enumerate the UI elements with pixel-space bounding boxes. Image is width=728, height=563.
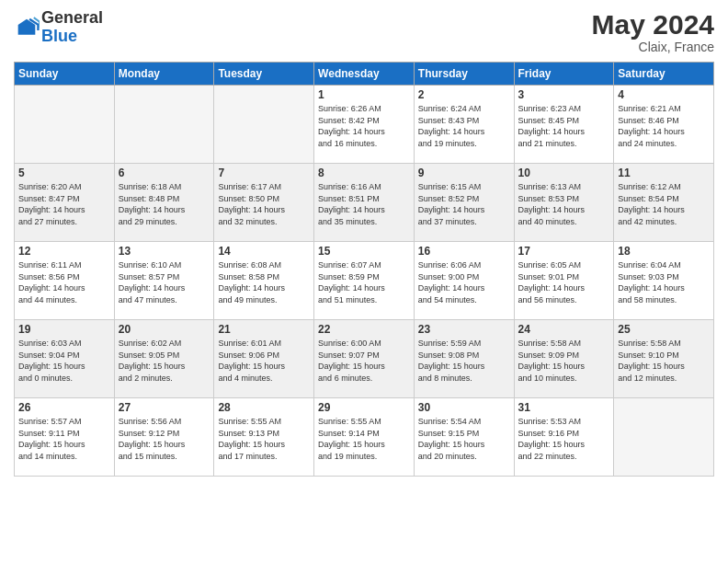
calendar-cell: 13Sunrise: 6:10 AMSunset: 8:57 PMDayligh… bbox=[114, 242, 214, 320]
calendar-cell: 30Sunrise: 5:54 AMSunset: 9:15 PMDayligh… bbox=[414, 398, 514, 477]
day-number: 21 bbox=[218, 323, 310, 336]
day-number: 24 bbox=[518, 323, 610, 336]
calendar-cell: 6Sunrise: 6:18 AMSunset: 8:48 PMDaylight… bbox=[114, 164, 214, 242]
calendar-cell: 28Sunrise: 5:55 AMSunset: 9:13 PMDayligh… bbox=[214, 398, 314, 477]
day-number: 22 bbox=[318, 323, 410, 336]
day-number: 14 bbox=[218, 245, 310, 258]
weekday-header-friday: Friday bbox=[514, 63, 614, 86]
day-number: 27 bbox=[119, 401, 210, 414]
calendar-cell: 29Sunrise: 5:55 AMSunset: 9:14 PMDayligh… bbox=[314, 398, 415, 477]
calendar-cell: 14Sunrise: 6:08 AMSunset: 8:58 PMDayligh… bbox=[214, 242, 314, 320]
location-subtitle: Claix, France bbox=[592, 40, 714, 54]
weekday-header-thursday: Thursday bbox=[414, 63, 514, 86]
day-info: Sunrise: 5:55 AMSunset: 9:14 PMDaylight:… bbox=[318, 416, 410, 462]
calendar-week-row: 12Sunrise: 6:11 AMSunset: 8:56 PMDayligh… bbox=[15, 242, 714, 320]
day-info: Sunrise: 6:05 AMSunset: 9:01 PMDaylight:… bbox=[518, 259, 610, 305]
day-info: Sunrise: 5:58 AMSunset: 9:09 PMDaylight:… bbox=[518, 338, 610, 384]
weekday-header-saturday: Saturday bbox=[614, 63, 714, 86]
day-number: 19 bbox=[18, 323, 110, 336]
day-info: Sunrise: 6:18 AMSunset: 8:48 PMDaylight:… bbox=[119, 181, 210, 227]
day-number: 26 bbox=[18, 401, 110, 414]
day-number: 3 bbox=[518, 88, 610, 101]
day-number: 5 bbox=[18, 167, 110, 179]
logo-general-text: General bbox=[41, 9, 103, 28]
calendar-cell: 23Sunrise: 5:59 AMSunset: 9:08 PMDayligh… bbox=[414, 320, 514, 398]
weekday-header-wednesday: Wednesday bbox=[314, 63, 415, 86]
weekday-header-row: SundayMondayTuesdayWednesdayThursdayFrid… bbox=[15, 63, 714, 86]
calendar-cell: 7Sunrise: 6:17 AMSunset: 8:50 PMDaylight… bbox=[214, 164, 314, 242]
day-info: Sunrise: 6:03 AMSunset: 9:04 PMDaylight:… bbox=[18, 338, 110, 384]
day-number: 30 bbox=[418, 401, 510, 414]
logo: General Blue bbox=[14, 9, 103, 46]
calendar-cell: 31Sunrise: 5:53 AMSunset: 9:16 PMDayligh… bbox=[514, 398, 614, 477]
day-info: Sunrise: 6:20 AMSunset: 8:47 PMDaylight:… bbox=[18, 181, 110, 227]
weekday-header-monday: Monday bbox=[114, 63, 214, 86]
day-info: Sunrise: 6:23 AMSunset: 8:45 PMDaylight:… bbox=[518, 103, 610, 149]
calendar-cell: 17Sunrise: 6:05 AMSunset: 9:01 PMDayligh… bbox=[514, 242, 614, 320]
day-number: 28 bbox=[218, 401, 310, 414]
day-number: 17 bbox=[518, 245, 610, 258]
day-info: Sunrise: 6:13 AMSunset: 8:53 PMDaylight:… bbox=[518, 181, 610, 227]
calendar-cell: 11Sunrise: 6:12 AMSunset: 8:54 PMDayligh… bbox=[614, 164, 714, 242]
calendar-cell bbox=[114, 86, 214, 164]
logo-text: General Blue bbox=[41, 9, 103, 46]
month-title: May 2024 bbox=[592, 9, 714, 40]
calendar-cell: 18Sunrise: 6:04 AMSunset: 9:03 PMDayligh… bbox=[614, 242, 714, 320]
day-info: Sunrise: 6:16 AMSunset: 8:51 PMDaylight:… bbox=[318, 181, 410, 227]
day-info: Sunrise: 5:56 AMSunset: 9:12 PMDaylight:… bbox=[119, 416, 210, 462]
day-info: Sunrise: 6:08 AMSunset: 8:58 PMDaylight:… bbox=[218, 259, 310, 305]
calendar-week-row: 1Sunrise: 6:26 AMSunset: 8:42 PMDaylight… bbox=[15, 86, 714, 164]
calendar-cell: 16Sunrise: 6:06 AMSunset: 9:00 PMDayligh… bbox=[414, 242, 514, 320]
day-info: Sunrise: 6:00 AMSunset: 9:07 PMDaylight:… bbox=[318, 338, 410, 384]
calendar-cell bbox=[614, 398, 714, 477]
day-info: Sunrise: 5:54 AMSunset: 9:15 PMDaylight:… bbox=[418, 416, 510, 462]
day-number: 4 bbox=[618, 88, 710, 101]
day-info: Sunrise: 5:59 AMSunset: 9:08 PMDaylight:… bbox=[418, 338, 510, 384]
calendar-cell bbox=[214, 86, 314, 164]
day-number: 2 bbox=[418, 88, 510, 101]
day-number: 12 bbox=[18, 245, 110, 258]
calendar-cell: 19Sunrise: 6:03 AMSunset: 9:04 PMDayligh… bbox=[15, 320, 115, 398]
day-number: 9 bbox=[418, 167, 510, 179]
day-number: 16 bbox=[418, 245, 510, 258]
calendar-cell: 25Sunrise: 5:58 AMSunset: 9:10 PMDayligh… bbox=[614, 320, 714, 398]
day-info: Sunrise: 6:15 AMSunset: 8:52 PMDaylight:… bbox=[418, 181, 510, 227]
calendar-cell: 12Sunrise: 6:11 AMSunset: 8:56 PMDayligh… bbox=[15, 242, 115, 320]
day-number: 1 bbox=[318, 88, 410, 101]
day-info: Sunrise: 6:24 AMSunset: 8:43 PMDaylight:… bbox=[418, 103, 510, 149]
calendar-cell: 9Sunrise: 6:15 AMSunset: 8:52 PMDaylight… bbox=[414, 164, 514, 242]
day-info: Sunrise: 6:12 AMSunset: 8:54 PMDaylight:… bbox=[618, 181, 710, 227]
day-number: 7 bbox=[218, 167, 310, 179]
day-info: Sunrise: 5:58 AMSunset: 9:10 PMDaylight:… bbox=[618, 338, 710, 384]
header: General Blue May 2024 Claix, France bbox=[14, 9, 714, 54]
calendar-cell: 2Sunrise: 6:24 AMSunset: 8:43 PMDaylight… bbox=[414, 86, 514, 164]
logo-icon bbox=[14, 15, 40, 40]
day-number: 13 bbox=[119, 245, 210, 258]
day-info: Sunrise: 6:06 AMSunset: 9:00 PMDaylight:… bbox=[418, 259, 510, 305]
day-number: 6 bbox=[119, 167, 210, 179]
day-number: 18 bbox=[618, 245, 710, 258]
day-info: Sunrise: 6:26 AMSunset: 8:42 PMDaylight:… bbox=[318, 103, 410, 149]
day-number: 23 bbox=[418, 323, 510, 336]
day-info: Sunrise: 6:07 AMSunset: 8:59 PMDaylight:… bbox=[318, 259, 410, 305]
day-info: Sunrise: 6:10 AMSunset: 8:57 PMDaylight:… bbox=[119, 259, 210, 305]
calendar-cell: 22Sunrise: 6:00 AMSunset: 9:07 PMDayligh… bbox=[314, 320, 415, 398]
day-number: 8 bbox=[318, 167, 410, 179]
day-number: 31 bbox=[518, 401, 610, 414]
calendar-week-row: 5Sunrise: 6:20 AMSunset: 8:47 PMDaylight… bbox=[15, 164, 714, 242]
calendar-cell: 8Sunrise: 6:16 AMSunset: 8:51 PMDaylight… bbox=[314, 164, 415, 242]
calendar-cell: 26Sunrise: 5:57 AMSunset: 9:11 PMDayligh… bbox=[15, 398, 115, 477]
calendar-week-row: 19Sunrise: 6:03 AMSunset: 9:04 PMDayligh… bbox=[15, 320, 714, 398]
calendar-cell: 4Sunrise: 6:21 AMSunset: 8:46 PMDaylight… bbox=[614, 86, 714, 164]
calendar-cell: 10Sunrise: 6:13 AMSunset: 8:53 PMDayligh… bbox=[514, 164, 614, 242]
day-number: 15 bbox=[318, 245, 410, 258]
calendar-cell bbox=[15, 86, 115, 164]
day-info: Sunrise: 6:17 AMSunset: 8:50 PMDaylight:… bbox=[218, 181, 310, 227]
calendar-cell: 24Sunrise: 5:58 AMSunset: 9:09 PMDayligh… bbox=[514, 320, 614, 398]
calendar-cell: 27Sunrise: 5:56 AMSunset: 9:12 PMDayligh… bbox=[114, 398, 214, 477]
day-info: Sunrise: 5:53 AMSunset: 9:16 PMDaylight:… bbox=[518, 416, 610, 462]
calendar-cell: 21Sunrise: 6:01 AMSunset: 9:06 PMDayligh… bbox=[214, 320, 314, 398]
calendar-cell: 3Sunrise: 6:23 AMSunset: 8:45 PMDaylight… bbox=[514, 86, 614, 164]
calendar-table: SundayMondayTuesdayWednesdayThursdayFrid… bbox=[14, 62, 714, 477]
day-number: 20 bbox=[119, 323, 210, 336]
